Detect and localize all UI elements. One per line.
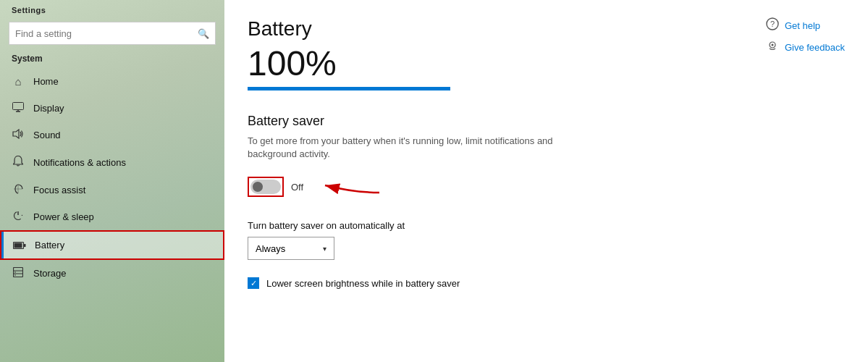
page-title: Battery (248, 17, 845, 41)
sidebar-item-label: Storage (33, 268, 67, 279)
focus-icon (12, 184, 25, 196)
battery-saver-title: Battery saver (248, 114, 845, 129)
storage-icon (12, 267, 25, 279)
get-help-label: Get help (785, 20, 820, 31)
sidebar-item-power[interactable]: Power & sleep (0, 203, 224, 230)
svg-point-14 (14, 272, 16, 273)
notifications-icon (12, 156, 25, 169)
brightness-checkbox[interactable]: ✓ (248, 277, 259, 289)
battery-bar-fill (248, 87, 450, 90)
svg-marker-3 (13, 130, 19, 138)
get-help-item[interactable]: ? Get help (766, 17, 845, 33)
dropdown-value: Always (256, 243, 285, 254)
sidebar-item-storage[interactable]: Storage (0, 260, 224, 287)
section-label: System (0, 51, 224, 68)
sidebar-item-notifications[interactable]: Notifications & actions (0, 148, 224, 177)
give-feedback-icon (766, 39, 779, 55)
sound-icon (12, 129, 25, 141)
sidebar-item-label: Display (33, 103, 64, 114)
svg-rect-7 (14, 243, 22, 248)
display-icon (12, 102, 25, 114)
battery-saver-toggle-row: Off (248, 171, 845, 203)
toggle-thumb (253, 182, 263, 192)
toggle-annotation-box (248, 177, 284, 197)
sidebar-item-label: Battery (35, 240, 64, 251)
checkbox-row: ✓ Lower screen brightness while in batte… (248, 277, 845, 289)
sidebar-item-label: Focus assist (33, 185, 85, 195)
battery-icon (13, 239, 26, 251)
help-panel: ? Get help Give feedback (766, 17, 845, 55)
auto-on-label: Turn battery saver on automatically at (248, 220, 845, 231)
sidebar-item-battery[interactable]: Battery (0, 230, 224, 260)
svg-point-19 (771, 44, 773, 46)
battery-percent: 100% (248, 46, 845, 81)
power-icon (12, 211, 25, 223)
search-box[interactable]: 🔍 (9, 22, 216, 45)
sidebar-item-label: Notifications & actions (33, 157, 126, 168)
give-feedback-item[interactable]: Give feedback (766, 39, 845, 55)
sidebar-item-label: Power & sleep (33, 211, 94, 222)
search-icon: 🔍 (198, 28, 209, 39)
toggle-arrow-annotation (318, 171, 383, 203)
give-feedback-label: Give feedback (785, 42, 845, 53)
battery-saver-desc: To get more from your battery when it's … (248, 135, 566, 161)
sidebar-item-label: Sound (33, 130, 61, 140)
sidebar-item-focus[interactable]: Focus assist (0, 177, 224, 203)
sidebar-item-label: Home (33, 76, 59, 87)
sidebar: Settings 🔍 System ⌂ Home Display So (0, 0, 224, 362)
toggle-label: Off (291, 182, 303, 193)
svg-rect-0 (13, 103, 24, 110)
svg-text:?: ? (770, 20, 775, 28)
sidebar-item-display[interactable]: Display (0, 95, 224, 122)
get-help-icon: ? (766, 17, 779, 33)
auto-on-dropdown[interactable]: Always ▾ (248, 237, 334, 260)
chevron-down-icon: ▾ (323, 245, 326, 253)
sidebar-item-home[interactable]: ⌂ Home (0, 68, 224, 95)
svg-point-15 (14, 274, 16, 276)
app-title: Settings (0, 0, 224, 19)
brightness-checkbox-label: Lower screen brightness while in battery… (266, 278, 460, 289)
sidebar-item-sound[interactable]: Sound (0, 122, 224, 148)
checkmark-icon: ✓ (250, 279, 257, 288)
svg-rect-8 (24, 244, 26, 247)
auto-on-dropdown-row: Always ▾ (248, 237, 845, 260)
home-icon: ⌂ (12, 75, 25, 88)
battery-bar (248, 87, 450, 90)
battery-saver-toggle[interactable] (250, 180, 281, 194)
search-input[interactable] (15, 28, 198, 39)
main-content: ? Get help Give feedback Battery 100% Ba… (224, 0, 868, 362)
